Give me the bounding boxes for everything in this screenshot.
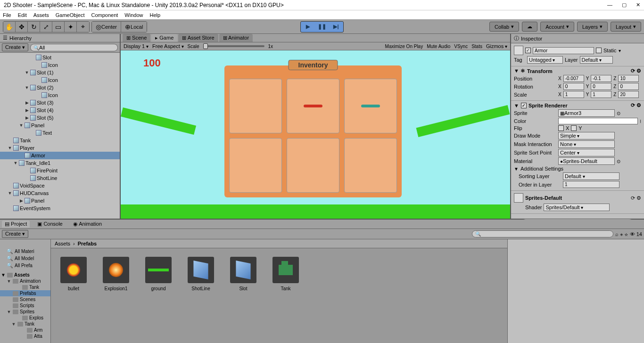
cloud-button[interactable]: ☁ xyxy=(522,22,537,32)
menu-help[interactable]: Help xyxy=(149,12,160,18)
folder-item[interactable]: Tank xyxy=(0,284,50,290)
custom-tool[interactable]: ⌖ xyxy=(77,22,89,32)
folder-item[interactable]: Scripts xyxy=(0,302,50,309)
breadcrumb-item[interactable]: Assets xyxy=(55,241,70,246)
hierarchy-item[interactable]: VoidSpace xyxy=(0,182,120,189)
maximize-icon[interactable]: ▢ xyxy=(622,2,627,8)
menu-window[interactable]: Window xyxy=(124,12,143,18)
rotate-tool[interactable]: ↻ xyxy=(28,22,40,32)
hand-tool[interactable]: ✋ xyxy=(3,22,16,32)
asset-bullet[interactable]: bullet xyxy=(59,257,88,291)
hierarchy-item[interactable]: ▼Panel xyxy=(0,122,120,129)
aspect-dropdown[interactable]: Free Aspect ▾ xyxy=(152,43,183,49)
mask-interaction[interactable]: None ▾ xyxy=(558,140,615,148)
hierarchy-item[interactable]: ▶Panel xyxy=(0,197,120,204)
order-in-layer[interactable] xyxy=(563,181,619,188)
asset-ground[interactable]: ground xyxy=(144,257,173,291)
assets-root[interactable]: ▼Assets xyxy=(0,272,50,278)
color-field[interactable] xyxy=(558,118,638,124)
gameobject-name-field[interactable] xyxy=(533,47,594,54)
folder-item[interactable]: ▼Sprites xyxy=(0,309,50,315)
hierarchy-create-button[interactable]: Create ▾ xyxy=(2,43,28,51)
inspector-tab[interactable]: ⓘ Inspector xyxy=(511,34,644,43)
project-create-button[interactable]: Create ▾ xyxy=(2,230,28,238)
display-dropdown[interactable]: Display 1 ▾ xyxy=(124,43,149,49)
draw-mode[interactable]: Simple ▾ xyxy=(558,132,615,139)
hierarchy-item[interactable]: Tank xyxy=(0,137,120,144)
hierarchy-item[interactable]: ▼Slot (2) xyxy=(0,84,120,91)
folder-item[interactable]: Scenes xyxy=(0,296,50,302)
folder-item[interactable]: Explos xyxy=(0,315,50,321)
project-tab[interactable]: ▤ Project xyxy=(2,220,30,228)
asset-shotline[interactable]: ShotLine xyxy=(187,257,215,291)
filter-item[interactable]: 🔍All Model xyxy=(0,255,50,262)
hierarchy-item[interactable]: FirePoint xyxy=(0,167,120,174)
scale-x[interactable] xyxy=(563,91,584,98)
close-icon[interactable]: ✕ xyxy=(636,2,640,8)
transform-tool[interactable]: ✦ xyxy=(65,22,77,32)
filter-item[interactable]: 🔍All Materi xyxy=(0,248,50,255)
rot-y[interactable] xyxy=(591,83,611,90)
hierarchy-item[interactable]: Armor xyxy=(0,152,120,159)
hierarchy-search[interactable]: 🔍All xyxy=(30,44,118,51)
mute-toggle[interactable]: Mute Audio xyxy=(427,44,450,49)
pivot-local-button[interactable]: ⊕Local xyxy=(121,22,147,32)
console-tab[interactable]: ▣ Console xyxy=(34,220,65,228)
tab-game[interactable]: ▸ Game xyxy=(151,34,177,42)
folder-item[interactable]: ▼Animation xyxy=(0,278,50,284)
shader-dropdown[interactable]: Sprites/Default ▾ xyxy=(544,204,610,211)
play-button[interactable]: ▶ xyxy=(301,22,315,32)
asset-explosion1[interactable]: Explosion1 xyxy=(102,257,130,291)
menu-gameobject[interactable]: GameObject xyxy=(56,12,85,18)
flip-x[interactable] xyxy=(558,125,564,131)
inventory-slot[interactable] xyxy=(344,138,397,193)
hierarchy-item[interactable]: ▼Slot (1) xyxy=(0,69,120,76)
hierarchy-item[interactable]: Icon xyxy=(0,61,120,69)
menu-file[interactable]: File xyxy=(3,12,11,18)
rect-tool[interactable]: ▭ xyxy=(52,22,65,32)
sorting-layer[interactable]: Default ▾ xyxy=(563,172,619,180)
scale-slider[interactable] xyxy=(203,45,264,47)
sprite-renderer-component[interactable]: ▼ ✓ Sprite Renderer⟳ ⚙ xyxy=(514,102,641,108)
pause-button[interactable]: ❚❚ xyxy=(315,22,329,32)
sort-point[interactable]: Center ▾ xyxy=(558,149,615,156)
hierarchy-item[interactable]: Slot xyxy=(0,54,120,61)
material-field[interactable]: ●Sprites-Default xyxy=(558,157,615,165)
folder-item[interactable]: ▼Tank xyxy=(0,321,50,327)
scale-z[interactable] xyxy=(618,91,639,98)
hierarchy-item[interactable]: ▶Slot (3) xyxy=(0,99,120,106)
inventory-slot[interactable] xyxy=(287,79,339,133)
breadcrumb-item[interactable]: Prefabs xyxy=(78,241,97,246)
rot-x[interactable] xyxy=(563,83,584,90)
scale-y[interactable] xyxy=(591,91,611,98)
static-checkbox[interactable] xyxy=(596,48,602,53)
vsync-toggle[interactable]: VSync xyxy=(454,44,468,49)
pos-z[interactable] xyxy=(618,75,639,82)
collab-dropdown[interactable]: Collab ▾ xyxy=(489,22,519,32)
inventory-slot[interactable] xyxy=(229,138,282,193)
transform-component[interactable]: ▼ ⚛ Transform⟳ ⚙ xyxy=(514,68,641,74)
folder-item[interactable]: Prefabs xyxy=(0,290,50,296)
rot-z[interactable] xyxy=(618,83,639,90)
tag-dropdown[interactable]: Untagged ▾ xyxy=(527,56,563,64)
gizmos-dropdown[interactable]: Gizmos ▾ xyxy=(486,43,507,49)
hierarchy-item[interactable]: Text xyxy=(0,129,120,137)
filter-item[interactable]: 🔍All Prefa xyxy=(0,262,50,269)
move-tool[interactable]: ✥ xyxy=(16,22,28,32)
layer-dropdown[interactable]: Default ▾ xyxy=(580,56,613,64)
active-checkbox[interactable]: ✓ xyxy=(525,48,531,53)
hierarchy-item[interactable]: EventSystem xyxy=(0,204,120,212)
hierarchy-item[interactable]: ShotLine xyxy=(0,174,120,182)
inventory-slot[interactable] xyxy=(287,138,339,193)
layers-dropdown[interactable]: Layers ▾ xyxy=(577,22,608,32)
stats-toggle[interactable]: Stats xyxy=(471,44,482,49)
folder-item[interactable]: Atta xyxy=(0,333,50,339)
tab-scene[interactable]: ⊞ Scene xyxy=(123,34,150,42)
asset-slot[interactable]: Slot xyxy=(229,257,257,291)
animation-tab[interactable]: ◉ Animation xyxy=(70,220,105,228)
pivot-center-button[interactable]: ◎Center xyxy=(92,22,121,32)
project-search[interactable]: 🔍 xyxy=(472,230,613,237)
asset-tank[interactable]: Tank xyxy=(272,257,300,291)
layout-dropdown[interactable]: Layout ▾ xyxy=(611,22,641,32)
filter-icons[interactable]: ⌕ ◈ ☆ xyxy=(615,231,628,237)
